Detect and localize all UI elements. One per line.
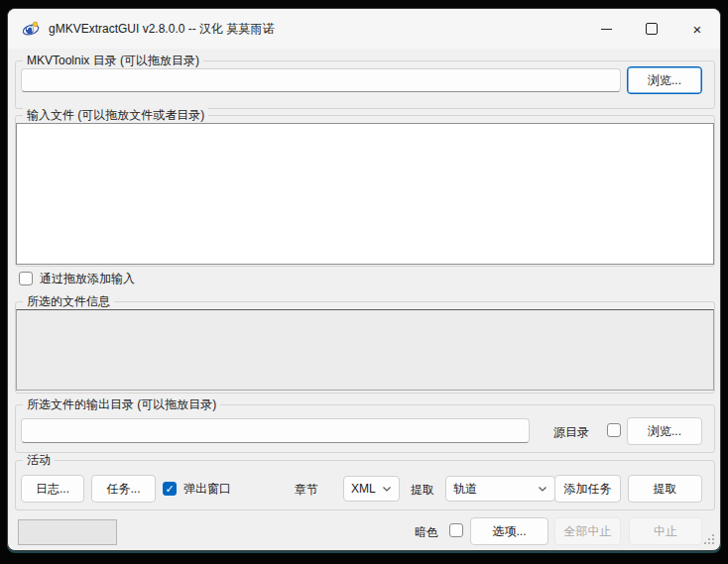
title-bar: gMKVExtractGUI v2.8.0.0 -- 汉化 莫莫雨诺 × (8, 9, 720, 49)
output-dir-browse-button[interactable]: 浏览... (627, 417, 702, 445)
output-dir-input[interactable] (21, 418, 530, 443)
mkvtoolnix-path-input[interactable] (21, 68, 621, 92)
chevron-down-icon (538, 484, 547, 494)
maximize-icon (646, 23, 658, 35)
group-file-info-label: 所选的文件信息 (23, 294, 114, 309)
group-mkvtoolnix-label: MKVToolnix 目录 (可以拖放目录) (23, 54, 203, 68)
chevron-down-icon (382, 484, 392, 494)
source-dir-label: 源目录 (553, 424, 589, 441)
caption-buttons: × (583, 9, 720, 49)
minimize-button[interactable] (583, 9, 629, 49)
drag-add-label: 通过拖放添加输入 (40, 271, 135, 287)
jobs-button[interactable]: 任务... (91, 475, 156, 503)
app-icon (22, 20, 40, 38)
drag-add-checkbox[interactable] (19, 272, 33, 285)
maximize-button[interactable] (629, 9, 674, 49)
abort-button: 中止 (629, 517, 702, 545)
dark-mode-label: 暗色 (415, 524, 438, 541)
screen: gMKVExtractGUI v2.8.0.0 -- 汉化 莫莫雨诺 × MKV… (0, 0, 728, 564)
progress-bar (18, 519, 117, 545)
popup-checkbox[interactable]: ✓ (163, 482, 177, 496)
group-input-files-label: 输入文件 (可以拖放文件或者目录) (23, 108, 208, 123)
add-job-button[interactable]: 添加任务 (554, 475, 621, 503)
input-files-list[interactable] (16, 123, 714, 265)
extract-button[interactable]: 提取 (628, 475, 702, 503)
close-button[interactable]: × (674, 9, 720, 49)
options-button[interactable]: 选项... (470, 517, 548, 545)
dark-mode-checkbox[interactable] (449, 523, 463, 537)
source-dir-checkbox[interactable] (607, 423, 621, 437)
chapter-label: 章节 (295, 482, 318, 499)
chapter-format-select[interactable]: XML (343, 476, 400, 502)
window-title: gMKVExtractGUI v2.8.0.0 -- 汉化 莫莫雨诺 (49, 21, 274, 38)
extract-mode-value: 轨道 (453, 481, 477, 498)
chapter-format-value: XML (351, 482, 376, 496)
mkvtoolnix-browse-button[interactable]: 浏览... (627, 66, 702, 94)
close-icon: × (693, 22, 702, 37)
extract-mode-label: 提取 (411, 482, 434, 499)
group-output-dir-label: 所选文件的输出目录 (可以拖放目录) (23, 397, 220, 412)
minimize-icon (601, 29, 612, 30)
file-info-box (16, 309, 714, 391)
abort-all-button: 全部中止 (554, 517, 621, 545)
popup-label: 弹出窗口 (183, 481, 231, 498)
app-window: gMKVExtractGUI v2.8.0.0 -- 汉化 莫莫雨诺 × MKV… (7, 8, 721, 551)
extract-mode-select[interactable]: 轨道 (445, 476, 555, 502)
resize-grip[interactable] (702, 532, 714, 544)
group-activity-label: 活动 (23, 453, 55, 468)
log-button[interactable]: 日志... (21, 475, 84, 503)
